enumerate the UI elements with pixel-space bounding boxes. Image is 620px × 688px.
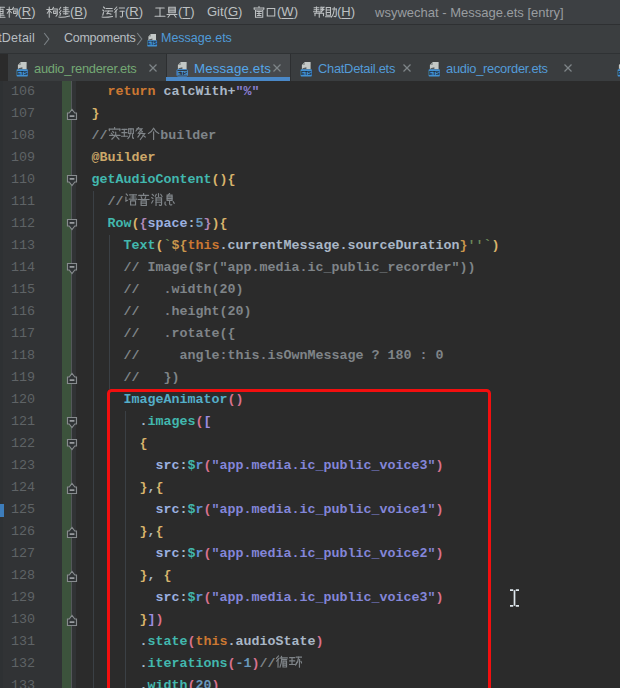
svg-text:ETS: ETS [301,70,312,76]
svg-text:ETS: ETS [177,70,187,76]
svg-text:ETS: ETS [429,70,440,76]
svg-text:ETS: ETS [148,41,158,47]
svg-text:ETS: ETS [17,70,28,76]
